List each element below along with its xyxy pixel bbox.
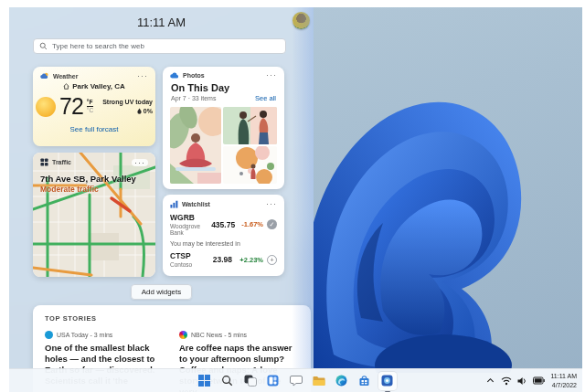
stock-symbol: CTSP [170, 251, 192, 260]
weather-summary: Strong UV today [102, 99, 153, 105]
volume-icon[interactable] [517, 376, 527, 386]
widgets-icon [267, 375, 279, 387]
tray-date: 4/7/2022 [550, 381, 577, 389]
story-source: NBC News - 5 mins [191, 332, 247, 338]
watchlist-widget[interactable]: Watchlist ··· WGRB Woodgrove Bank 435.75… [163, 195, 284, 276]
traffic-heading: 7th Ave SB, Park Valley [40, 174, 148, 184]
search-icon [39, 42, 48, 50]
photos-heading: On This Day [163, 80, 284, 93]
stock-add-button[interactable]: + [267, 255, 277, 265]
add-widgets-button[interactable]: Add widgets [131, 284, 193, 300]
panel-clock: 11:11 AM [9, 16, 314, 29]
stock-price: 23.98 [213, 255, 232, 264]
chat-button[interactable] [287, 372, 305, 390]
tray-clock[interactable]: 11:11 AM 4/7/2022 [550, 372, 577, 388]
start-button[interactable] [196, 372, 214, 390]
widgets-button[interactable] [264, 372, 282, 390]
traffic-widget[interactable]: Traffic ··· 7th Ave SB, Park Valley Mode… [33, 153, 155, 277]
see-full-forecast-link[interactable]: See full forcast [33, 125, 155, 133]
tray-chevron-icon[interactable] [485, 376, 495, 385]
photos-subheading: Apr 7 · 33 items [171, 95, 216, 101]
precipitation-value: 0% [144, 108, 153, 114]
active-app-icon [381, 375, 393, 387]
tray-time: 11:11 AM [550, 372, 577, 380]
photo-painting[interactable] [223, 107, 277, 144]
photos-title: Photos [183, 72, 205, 79]
nbc-news-icon [179, 331, 187, 339]
story-source: USA Today - 3 mins [57, 332, 112, 338]
stock-change: +2.23% [232, 256, 263, 264]
stock-row-ctsp[interactable]: CTSP Contoso 23.98 +2.23% + [163, 249, 284, 268]
photos-cloud-icon [170, 72, 179, 79]
bloom-wallpaper-graphic [306, 44, 526, 373]
search-input[interactable] [52, 42, 280, 50]
file-explorer-icon [313, 376, 325, 387]
taskbar-search-button[interactable] [218, 372, 237, 390]
stock-symbol: WGRB [170, 213, 211, 222]
microsoft-store-button[interactable] [356, 372, 374, 390]
weather-title: Weather [53, 73, 79, 79]
task-view-icon [244, 375, 257, 387]
traffic-more-button[interactable]: ··· [132, 159, 148, 166]
weather-icon [40, 72, 49, 79]
traffic-title: Traffic [52, 159, 71, 165]
temperature-value: 72 [59, 93, 83, 120]
edge-browser-button[interactable] [333, 372, 351, 390]
watchlist-more-button[interactable]: ··· [266, 202, 277, 207]
stock-change: -1.67% [235, 220, 263, 228]
photo-collage[interactable] [170, 107, 277, 184]
watchlist-interest-label: You may be interested in [163, 236, 284, 249]
taskbar: 11:11 AM 4/7/2022 [9, 368, 582, 392]
photos-widget[interactable]: Photos ··· On This Day Apr 7 · 33 items … [163, 67, 284, 189]
stock-company: Woodgrove Bank [170, 223, 211, 236]
windows-logo-icon [198, 375, 210, 387]
home-icon [63, 83, 69, 90]
web-search-bar[interactable] [33, 38, 286, 54]
file-explorer-button[interactable] [310, 372, 328, 390]
stock-added-button[interactable]: ✓ [267, 219, 277, 229]
store-icon [358, 375, 370, 387]
usa-today-icon [45, 331, 53, 339]
top-stories-header: TOP STORIES [45, 314, 299, 323]
unit-celsius[interactable]: °C [87, 107, 93, 114]
battery-icon[interactable] [533, 376, 545, 385]
weather-more-button[interactable]: ··· [137, 74, 148, 79]
stock-price: 435.75 [211, 220, 235, 229]
unit-fahrenheit[interactable]: °F [87, 99, 93, 107]
weather-widget[interactable]: Weather ··· Park Valley, CA 72 °F °C Str… [33, 67, 155, 146]
sun-icon [36, 97, 56, 117]
unit-toggle[interactable]: °F °C [87, 99, 93, 115]
widgets-panel: 11:11 AM Weather ··· [9, 7, 314, 368]
watchlist-icon [170, 200, 178, 208]
photo-circles[interactable] [223, 146, 277, 184]
see-all-link[interactable]: See all [255, 94, 276, 102]
search-icon [221, 375, 233, 387]
wifi-icon[interactable] [501, 376, 512, 386]
task-view-button[interactable] [241, 372, 260, 390]
photos-more-button[interactable]: ··· [266, 73, 277, 78]
droplet-icon [137, 108, 142, 114]
photo-meditation[interactable] [170, 107, 221, 184]
traffic-icon [40, 158, 48, 166]
edge-icon [335, 375, 347, 387]
active-app-button[interactable] [378, 372, 397, 390]
chat-icon [290, 375, 303, 387]
stock-row-wgrb[interactable]: WGRB Woodgrove Bank 435.75 -1.67% ✓ [163, 210, 284, 236]
traffic-status: Moderate traffic [40, 185, 148, 194]
user-avatar[interactable] [292, 12, 310, 29]
desktop: 11:11 AM Weather ··· [9, 7, 582, 392]
stock-company: Contoso [170, 261, 192, 268]
watchlist-title: Watchlist [182, 201, 210, 207]
weather-location: Park Valley, CA [72, 82, 125, 90]
